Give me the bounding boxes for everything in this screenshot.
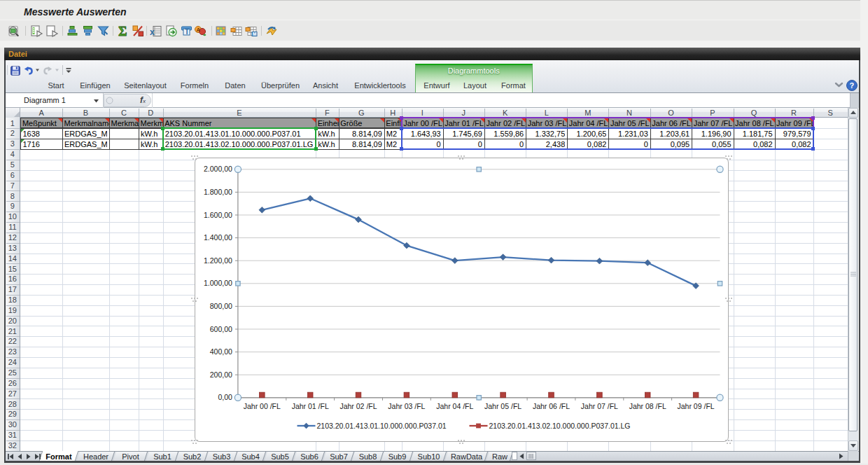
svg-text:Jahr 01 /FL: Jahr 01 /FL: [291, 401, 328, 410]
svg-text:1.000,00: 1.000,00: [204, 279, 232, 287]
svg-text:600,00: 600,00: [209, 324, 232, 333]
svg-text:?: ?: [850, 81, 855, 90]
svg-text:M: M: [253, 31, 256, 36]
svg-text:2103.20.01.413.01.10.000.000.P: 2103.20.01.413.01.10.000.000.P037.01: [316, 421, 446, 429]
svg-text:0,00: 0,00: [218, 393, 232, 401]
svg-text:Jahr 03 /FL: Jahr 03 /FL: [388, 401, 425, 410]
svg-text:Jahr 08 /FL: Jahr 08 /FL: [629, 401, 666, 410]
svg-text:1.600,00: 1.600,00: [204, 210, 232, 218]
svg-text:2.000,00: 2.000,00: [204, 165, 232, 173]
svg-text:Jahr 02 /FL: Jahr 02 /FL: [340, 401, 377, 410]
svg-text:1.400,00: 1.400,00: [204, 233, 232, 242]
svg-text:2103.20.01.413.02.10.000.000.P: 2103.20.01.413.02.10.000.000.P037.01.LG: [489, 421, 630, 429]
svg-text:Jahr 09 /FL: Jahr 09 /FL: [677, 401, 714, 410]
svg-text:x: x: [150, 27, 155, 37]
svg-text:Jahr 00 /FL: Jahr 00 /FL: [243, 401, 280, 410]
svg-text:T: T: [185, 28, 189, 36]
svg-text:Σ: Σ: [118, 25, 127, 38]
svg-text:800,00: 800,00: [209, 301, 232, 310]
svg-text:400,00: 400,00: [209, 347, 232, 356]
svg-text:A: A: [197, 27, 201, 33]
svg-text:Jahr 05 /FL: Jahr 05 /FL: [484, 401, 522, 410]
svg-text:Jahr 06 /FL: Jahr 06 /FL: [532, 401, 569, 410]
svg-text:200,00: 200,00: [209, 370, 232, 378]
svg-text:1.200,00: 1.200,00: [204, 256, 232, 264]
svg-text:Jahr 07 /FL: Jahr 07 /FL: [580, 401, 617, 410]
svg-text:Jahr 04 /FL: Jahr 04 /FL: [436, 401, 473, 410]
svg-text:1.800,00: 1.800,00: [204, 187, 232, 195]
